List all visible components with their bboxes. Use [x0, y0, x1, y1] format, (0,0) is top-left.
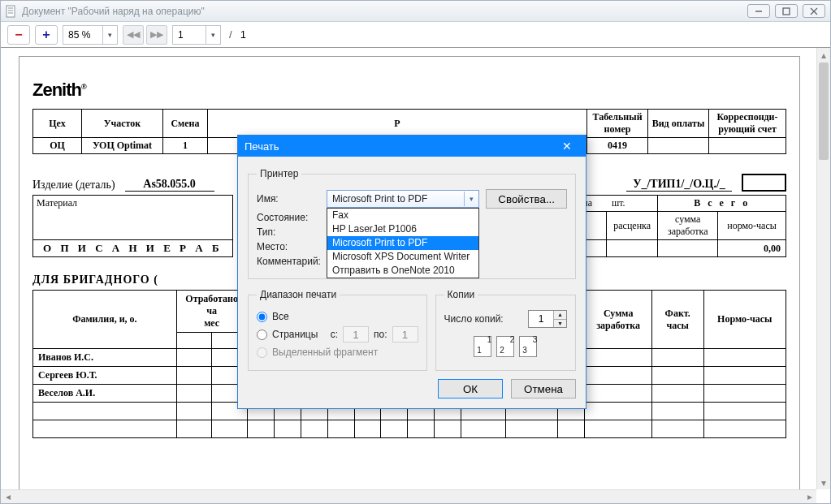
- logo: Zenith®: [32, 80, 786, 101]
- comment-label: Комментарий:: [257, 256, 330, 267]
- chevron-down-icon: ▾: [464, 192, 478, 206]
- page-combo[interactable]: ▾: [172, 25, 221, 45]
- scroll-thumb[interactable]: [819, 62, 829, 160]
- close-button[interactable]: [803, 4, 825, 18]
- next-page-button[interactable]: ▶▶: [146, 25, 167, 45]
- prev-page-button[interactable]: ◀◀: [123, 25, 144, 45]
- printer-select[interactable]: Microsoft Print to PDF ▾: [327, 190, 479, 208]
- printer-option[interactable]: Отправить в OneNote 2010: [327, 264, 478, 278]
- table-row: [33, 420, 786, 438]
- page-sep: /: [229, 28, 232, 41]
- range-pages-radio[interactable]: [257, 330, 267, 340]
- range-pages-label: Страницы: [272, 329, 318, 340]
- vertical-scrollbar[interactable]: ▴ ▾: [816, 48, 830, 489]
- toolbar: − + ▾ ◀◀ ▶▶ ▾ / 1: [1, 22, 830, 48]
- document-icon: [6, 5, 17, 18]
- printer-group: Принтер Имя: Microsoft Print to PDF ▾ Fa…: [248, 168, 576, 279]
- zoom-combo[interactable]: ▾: [63, 25, 118, 45]
- svg-rect-0: [6, 6, 15, 17]
- spin-down-icon[interactable]: ▼: [553, 320, 566, 328]
- zoom-dropdown-icon[interactable]: ▾: [102, 26, 117, 44]
- window-controls: [747, 4, 825, 18]
- zoom-in-button[interactable]: +: [35, 25, 58, 45]
- zoom-input[interactable]: [63, 26, 102, 44]
- range-all-label: Все: [272, 311, 289, 322]
- copies-group: Копии Число копий: ▲▼ 11 22 33: [435, 289, 576, 371]
- printer-option[interactable]: Microsoft XPS Document Writer: [327, 250, 478, 264]
- dialog-titlebar: Печать ✕: [238, 136, 586, 157]
- range-from-input[interactable]: [343, 326, 369, 342]
- page-input[interactable]: [173, 26, 206, 44]
- range-selection-label: Выделенный фрагмент: [272, 347, 378, 358]
- printer-option[interactable]: Fax: [327, 209, 478, 222]
- scroll-right-icon[interactable]: ▸: [803, 490, 816, 503]
- range-all-radio[interactable]: [257, 312, 267, 322]
- page-dropdown-icon[interactable]: ▾: [206, 26, 220, 44]
- scroll-up-icon[interactable]: ▴: [817, 48, 830, 62]
- name-label: Имя:: [257, 193, 320, 205]
- svg-rect-5: [783, 8, 790, 15]
- dialog-close-button[interactable]: ✕: [555, 138, 579, 154]
- copies-input[interactable]: [529, 311, 553, 327]
- scroll-left-icon[interactable]: ◂: [1, 490, 15, 503]
- copies-spinner[interactable]: ▲▼: [528, 310, 567, 328]
- spin-up-icon[interactable]: ▲: [553, 311, 566, 320]
- properties-button[interactable]: Свойства...: [486, 189, 567, 209]
- range-selection-radio: [257, 347, 267, 358]
- ok-button[interactable]: ОК: [438, 379, 503, 398]
- state-label: Состояние:: [257, 212, 320, 223]
- titlebar: Документ "Рабочий наряд на операцию": [1, 1, 830, 22]
- type-label: Тип:: [257, 226, 320, 238]
- print-dialog: Печать ✕ Принтер Имя: Microsoft Print to…: [237, 135, 586, 409]
- printer-option[interactable]: HP LaserJet P1006: [327, 222, 478, 236]
- horizontal-scrollbar[interactable]: ◂ ▸: [1, 489, 816, 503]
- range-to-input[interactable]: [392, 326, 418, 342]
- place-label: Место:: [257, 241, 320, 252]
- maximize-button[interactable]: [775, 4, 798, 18]
- minimize-button[interactable]: [747, 4, 770, 18]
- printer-dropdown: Fax HP LaserJet P1006 Microsoft Print to…: [327, 208, 479, 278]
- window-title: Документ "Рабочий наряд на операцию": [22, 6, 747, 17]
- copies-label: Число копий:: [444, 313, 504, 325]
- scroll-down-icon[interactable]: ▾: [817, 476, 830, 489]
- cancel-button[interactable]: Отмена: [511, 379, 576, 398]
- zoom-out-button[interactable]: −: [7, 25, 30, 45]
- printer-option[interactable]: Microsoft Print to PDF: [327, 236, 478, 250]
- range-group: Диапазон печати Все Страницы с: по: Выде…: [248, 289, 427, 371]
- dialog-title: Печать: [245, 140, 555, 153]
- page-total: 1: [240, 28, 246, 41]
- collate-icon: 11 22 33: [444, 336, 567, 357]
